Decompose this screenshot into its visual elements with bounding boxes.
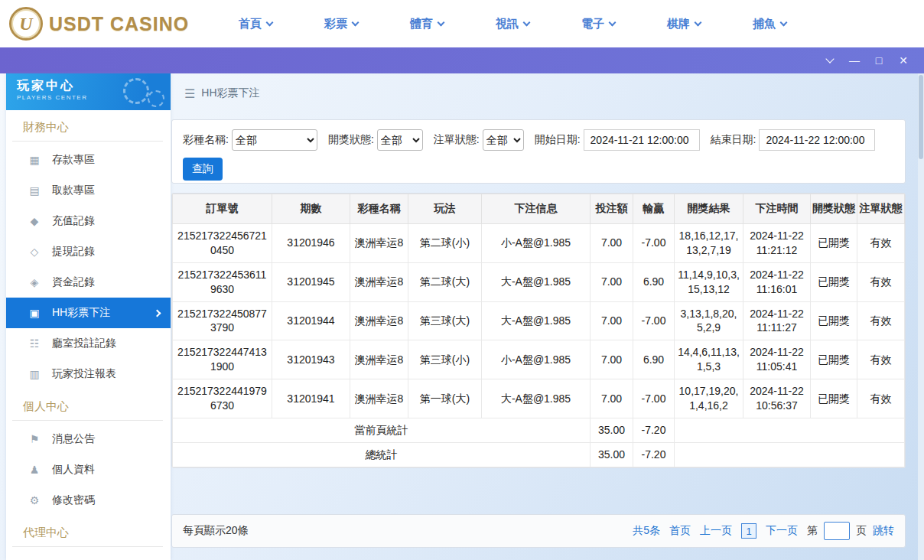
cell-lottery: 澳洲幸运8 <box>350 262 408 301</box>
collapse-button[interactable] <box>820 52 840 69</box>
maximize-button[interactable]: □ <box>869 52 889 69</box>
sidebar-item-deposit[interactable]: ▦存款專區 <box>6 145 171 175</box>
menu-icon[interactable]: ☰ <box>184 86 195 101</box>
cell-period: 31201946 <box>272 224 350 263</box>
cell-draw-status: 已開獎 <box>811 262 857 301</box>
cell-bet: 7.00 <box>591 340 633 379</box>
current-page-button[interactable]: 1 <box>741 523 756 539</box>
sidebar-item-announcements[interactable]: ⚑消息公告 <box>6 424 171 454</box>
minimize-button[interactable]: — <box>844 52 864 69</box>
nav-label: 首頁 <box>239 17 262 31</box>
sidebar-header: 玩家中心 PLAYERS CENTER <box>6 73 171 110</box>
sidebar-item-hall-bet-record[interactable]: ☷廳室投註記錄 <box>6 328 171 359</box>
sidebar-item-label: 消息公告 <box>52 432 95 446</box>
jump-button[interactable]: 跳转 <box>873 524 894 538</box>
sidebar-item-hh-lottery-bets[interactable]: ▣HH彩票下注 <box>6 298 171 328</box>
page-number-input[interactable] <box>824 522 850 540</box>
chevron-down-icon <box>523 18 531 26</box>
cell-order-status: 有效 <box>857 262 905 301</box>
prev-page-link[interactable]: 上一页 <box>700 524 732 538</box>
column-header-period: 期數 <box>272 194 350 224</box>
nav-label: 棋牌 <box>667 17 690 31</box>
nav-item-video[interactable]: 視訊 <box>470 17 555 31</box>
table-row: 215217322450877379031201944澳洲幸运8第三球(大)大-… <box>173 301 905 340</box>
first-page-link[interactable]: 首页 <box>669 524 691 538</box>
nav-item-home[interactable]: 首頁 <box>213 17 298 31</box>
nav-item-chess[interactable]: 棋牌 <box>641 17 727 31</box>
cell-draw-status: 已開獎 <box>811 224 857 263</box>
column-header-time: 下注時間 <box>743 194 811 224</box>
vertical-scrollbar[interactable] <box>918 73 924 560</box>
chevron-down-icon <box>438 18 445 26</box>
cell-result: 10,17,19,20,1,4,16,2 <box>675 379 743 418</box>
cell-order-status: 有效 <box>857 379 905 418</box>
sidebar-item-funds-record[interactable]: ◈資金記錄 <box>6 267 171 298</box>
cell-time: 2024-11-22 11:05:41 <box>743 340 811 379</box>
lottery-name-select[interactable]: 全部 <box>232 129 317 151</box>
cell-order-id: 2152173224508773790 <box>173 301 272 340</box>
main-nav: 首頁 彩票 體育 視訊 電子 棋牌 捕魚 <box>213 17 812 31</box>
casino-chip-icon <box>123 78 149 104</box>
sidebar-item-label: 個人資料 <box>52 463 95 477</box>
cell-info: 大-A盤@1.985 <box>482 301 591 340</box>
cell-win-loss: -7.00 <box>633 301 675 340</box>
bets-table-panel: 訂單號 期數 彩種名稱 玩法 下注信息 投注額 輸贏 開獎結果 下注時間 開獎狀… <box>171 193 906 468</box>
sidebar-item-profile[interactable]: ♟個人資料 <box>6 454 171 485</box>
cell-draw-status: 已開獎 <box>811 379 857 418</box>
nav-label: 捕魚 <box>753 17 776 31</box>
cell-lottery: 澳洲幸运8 <box>350 340 408 379</box>
cell-lottery: 澳洲幸运8 <box>350 379 408 418</box>
cell-order-status: 有效 <box>857 224 905 263</box>
start-date-input[interactable] <box>584 129 700 151</box>
person-icon: ♟ <box>28 464 41 476</box>
summary-winloss-total: -7.20 <box>633 418 675 442</box>
nav-label: 彩票 <box>324 17 347 31</box>
nav-label: 體育 <box>410 17 433 31</box>
lottery-ticket-icon: ▣ <box>28 307 41 319</box>
section-label-finance: 財務中心 <box>12 110 163 142</box>
order-status-select[interactable]: 全部 <box>483 129 524 151</box>
sidebar-item-label: 玩家投注報表 <box>52 367 116 381</box>
next-page-link[interactable]: 下一页 <box>766 524 798 538</box>
sidebar-item-cashout-record[interactable]: ◇提現記錄 <box>6 236 171 267</box>
search-button[interactable]: 查詢 <box>183 158 223 181</box>
cell-result: 18,16,12,17,13,2,7,19 <box>675 224 743 263</box>
sidebar-item-bet-report[interactable]: ▥玩家投注報表 <box>6 359 171 389</box>
logo[interactable]: U USDT CASINO <box>9 7 191 41</box>
sidebar: 玩家中心 PLAYERS CENTER 財務中心 ▦存款專區 ▤取款專區 ◆充值… <box>6 73 171 560</box>
section-label-agent: 代理中心 <box>12 516 163 547</box>
nav-item-fishing[interactable]: 捕魚 <box>727 17 812 31</box>
cell-period: 31201941 <box>272 379 350 418</box>
column-header-result: 開獎結果 <box>675 194 743 224</box>
nav-item-sports[interactable]: 體育 <box>384 17 470 31</box>
cell-bet: 7.00 <box>591 262 633 301</box>
chevron-down-icon <box>780 18 788 26</box>
cell-time: 2024-11-22 11:16:01 <box>743 262 811 301</box>
top-header: U USDT CASINO 首頁 彩票 體育 視訊 電子 棋牌 捕魚 <box>0 0 924 47</box>
cell-bet: 7.00 <box>591 301 633 340</box>
sidebar-item-change-password[interactable]: ⚙修改密碼 <box>6 485 171 516</box>
cell-order-id: 2152173224567210450 <box>173 224 272 263</box>
nav-item-lottery[interactable]: 彩票 <box>298 17 384 31</box>
cell-bet: 7.00 <box>591 379 633 418</box>
recharge-icon: ◆ <box>28 215 41 227</box>
end-date-input[interactable] <box>759 129 875 151</box>
sidebar-item-recharge-record[interactable]: ◆充值記錄 <box>6 206 171 236</box>
cell-win-loss: 6.90 <box>633 262 675 301</box>
cell-order-id: 2152173224474131900 <box>173 340 272 379</box>
filter-panel: 彩種名稱: 全部 開獎狀態: 全部 注單狀態: 全部 開始日期: 結束日期: 查… <box>171 119 906 184</box>
cell-win-loss: -7.00 <box>633 379 675 418</box>
table-row: 215217322441979673031201941澳洲幸运8第一球(大)大-… <box>173 379 905 418</box>
chevron-down-icon <box>352 18 360 26</box>
sidebar-item-withdraw[interactable]: ▤取款專區 <box>6 175 171 206</box>
bets-table: 訂單號 期數 彩種名稱 玩法 下注信息 投注額 輸贏 開獎結果 下注時間 開獎狀… <box>172 194 905 467</box>
scrollbar-thumb[interactable] <box>919 75 923 159</box>
logo-icon: U <box>9 7 43 41</box>
table-row: 215217322453611963031201945澳洲幸运8第二球(大)大-… <box>173 262 905 301</box>
draw-status-select[interactable]: 全部 <box>377 129 423 151</box>
nav-item-electronic[interactable]: 電子 <box>555 17 641 31</box>
close-button[interactable]: ✕ <box>893 52 913 69</box>
window-titlebar: — □ ✕ <box>0 47 924 73</box>
deposit-icon: ▦ <box>28 154 41 166</box>
chevron-down-icon <box>825 54 834 63</box>
